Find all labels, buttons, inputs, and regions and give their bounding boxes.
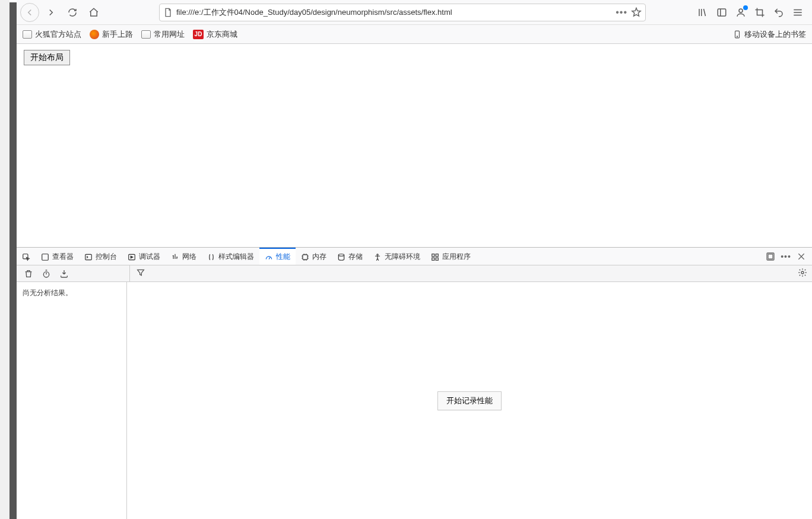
tab-label: 存储 [348,252,363,262]
application-icon [431,253,439,261]
hamburger-icon [792,7,803,18]
filter-icon[interactable] [136,268,145,277]
home-icon [88,7,99,18]
performance-icon [265,253,273,261]
svg-rect-16 [768,254,773,259]
tab-label: 内存 [312,252,326,262]
performance-body: 尚无分析结果。 开始记录性能 [17,282,812,519]
element-picker-button[interactable] [17,248,36,265]
tab-label: 无障碍环境 [385,252,420,262]
star-icon[interactable] [631,7,642,18]
arrow-left-icon [24,7,35,18]
storage-icon [337,253,345,261]
network-icon [171,253,179,261]
bookmark-label: 新手上路 [102,29,133,40]
svg-point-10 [377,254,378,255]
performance-main: 开始记录性能 [127,282,812,519]
mobile-icon [733,30,741,39]
tab-network[interactable]: 网络 [166,248,202,265]
svg-rect-5 [42,254,49,260]
tab-label: 性能 [276,252,290,262]
close-icon [797,252,806,261]
tab-accessibility[interactable]: 无障碍环境 [368,248,426,265]
library-icon [697,7,708,18]
svg-rect-4 [23,254,28,258]
tab-debugger[interactable]: 调试器 [122,248,166,265]
stopwatch-icon[interactable] [42,269,51,279]
performance-sidebar: 尚无分析结果。 [17,282,127,519]
svg-rect-8 [303,254,307,259]
svg-point-1 [739,9,743,12]
tab-console[interactable]: 控制台 [79,248,122,265]
tab-label: 控制台 [96,252,117,262]
bookmark-label: 火狐官方站点 [35,29,81,40]
firefox-icon [90,30,99,39]
page-actions-icon[interactable]: ••• [616,7,627,18]
gear-icon[interactable] [798,268,807,277]
notification-dot [743,5,748,10]
devtools-panel: 查看器 控制台 调试器 网络 样式编辑器 性能 [17,247,812,519]
filter-zone [130,268,151,280]
tab-inspector[interactable]: 查看器 [36,248,79,265]
bookmark-item[interactable]: 常用网址 [141,29,185,40]
reload-button[interactable] [63,3,82,22]
svg-point-3 [737,36,737,36]
svg-rect-0 [718,9,726,16]
sidebar-button[interactable] [716,7,728,18]
performance-toolbar-right [798,268,812,280]
tab-storage[interactable]: 存储 [332,248,368,265]
memory-icon [301,253,309,261]
tab-performance[interactable]: 性能 [259,248,296,265]
tab-label: 网络 [182,252,196,262]
svg-rect-11 [432,254,434,256]
bookmark-label: 京东商城 [207,29,237,40]
jd-icon: JD [193,30,204,39]
file-icon [163,8,173,17]
devtools-tabs: 查看器 控制台 调试器 网络 样式编辑器 性能 [17,248,812,265]
address-bar[interactable]: file:///e:/工作文件04/Node_Study/day05/desig… [159,4,646,21]
undo-button[interactable] [773,7,785,18]
close-devtools-button[interactable] [797,252,806,261]
inspector-icon [41,253,49,261]
screenshot-button[interactable] [754,7,766,18]
url-text: file:///e:/工作文件04/Node_Study/day05/desig… [176,7,612,18]
tab-styleeditor[interactable]: 样式编辑器 [202,248,259,265]
library-button[interactable] [697,7,709,18]
start-recording-button[interactable]: 开始记录性能 [437,391,502,410]
dock-button[interactable] [766,252,775,261]
browser-toolbar: file:///e:/工作文件04/Node_Study/day05/desig… [17,0,812,25]
page-content: 开始布局 [17,44,812,247]
import-icon[interactable] [59,269,69,279]
arrow-right-icon [46,7,56,18]
bookmark-bar: 火狐官方站点 新手上路 常用网址 JD 京东商城 移动设备上的书签 [17,25,812,44]
bookmark-label: 常用网址 [154,29,185,40]
svg-point-9 [338,254,344,256]
window-scrollbar-thumb[interactable] [9,2,17,519]
start-layout-button[interactable]: 开始布局 [24,50,70,65]
tab-label: 调试器 [139,252,160,262]
console-icon [84,253,93,261]
performance-toolbar [17,265,812,282]
dock-icon [766,252,775,261]
sidebar-icon [716,7,727,18]
account-button[interactable] [735,7,747,18]
back-button[interactable] [20,3,39,22]
bookmark-item[interactable]: 新手上路 [90,29,133,40]
window-scrollbar-track [0,0,9,519]
menu-button[interactable] [792,7,804,18]
home-button[interactable] [84,3,103,22]
debugger-icon [128,253,136,261]
accessibility-icon [373,253,382,261]
styleeditor-icon [207,253,215,261]
trash-icon[interactable] [24,269,33,279]
svg-rect-13 [432,258,434,260]
forward-button[interactable] [42,3,61,22]
tab-memory[interactable]: 内存 [296,248,332,265]
tab-application[interactable]: 应用程序 [426,248,476,265]
more-icon: ••• [781,252,791,261]
tab-label: 应用程序 [442,252,471,262]
mobile-bookmarks[interactable]: 移动设备上的书签 [733,29,806,40]
bookmark-item[interactable]: 火狐官方站点 [23,29,81,40]
more-button[interactable]: ••• [781,252,791,261]
bookmark-item[interactable]: JD 京东商城 [193,29,237,40]
